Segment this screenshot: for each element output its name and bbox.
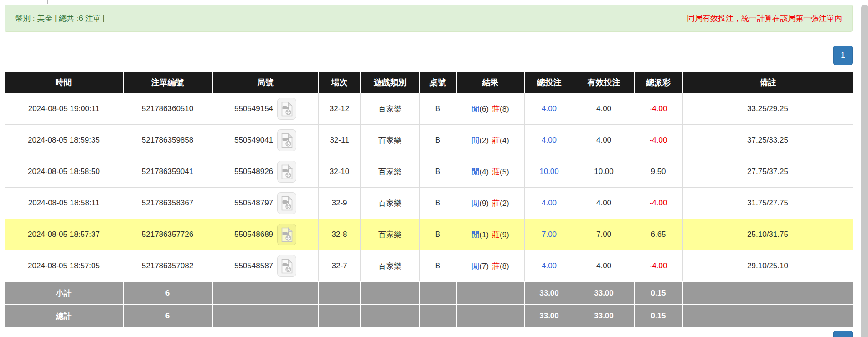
footer-empty-cell xyxy=(683,282,853,305)
table-row: 2024-08-05 19:00:11 521786360510 5505491… xyxy=(5,93,853,125)
cell-result: 閒(9)莊(2) xyxy=(456,188,525,219)
subtotal-row: 小計 6 33.00 33.00 0.15 xyxy=(5,282,853,305)
round-id-text: 550549154 xyxy=(234,104,273,113)
cell-valid-bet: 4.00 xyxy=(574,93,634,125)
cell-bet-id: 521786359858 xyxy=(123,125,212,156)
col-header-bet-id: 注單編號 xyxy=(123,72,212,93)
total-bet-link[interactable]: 4.00 xyxy=(542,261,557,270)
cell-round-id: 550548587 xyxy=(212,250,319,282)
col-header-round-id: 局號 xyxy=(212,72,319,93)
pagination-page-1-top[interactable]: 1 xyxy=(833,46,852,65)
round-video-replay-button[interactable] xyxy=(277,192,296,214)
grand-total-label: 總計 xyxy=(5,305,123,327)
grand-total-total-bet: 33.00 xyxy=(525,305,574,327)
payout-value: -4.00 xyxy=(650,199,667,207)
result-player-label: 閒 xyxy=(471,262,479,271)
cell-bet-id: 521786357082 xyxy=(123,250,212,282)
cropped-element-border-right xyxy=(852,0,852,4)
total-bet-link[interactable]: 4.00 xyxy=(542,136,557,144)
subtotal-label: 小計 xyxy=(5,282,123,305)
footer-empty-cell xyxy=(212,305,319,327)
total-bet-link[interactable]: 4.00 xyxy=(542,104,557,113)
cell-remark: 29.10/25.10 xyxy=(683,250,853,282)
subtotal-count: 6 xyxy=(123,282,212,305)
result-player-label: 閒 xyxy=(471,199,479,208)
cell-total-bet: 4.00 xyxy=(525,250,574,282)
cell-round-id: 550548926 xyxy=(212,156,319,188)
result-player-score: (6) xyxy=(479,105,489,113)
round-video-replay-button[interactable] xyxy=(277,161,296,183)
cell-payout: -4.00 xyxy=(634,93,683,125)
video-file-icon xyxy=(281,164,293,179)
cell-game-type: 百家樂 xyxy=(361,219,420,250)
cell-time: 2024-08-05 18:57:05 xyxy=(5,250,123,282)
cell-session: 32-10 xyxy=(319,156,361,188)
cell-payout: -4.00 xyxy=(634,188,683,219)
result-banker-label: 莊 xyxy=(492,136,500,145)
table-header-row: 時間 注單編號 局號 場次 遊戲類別 桌號 結果 總投注 有效投注 總派彩 備註 xyxy=(5,72,853,93)
cell-table-no: B xyxy=(420,250,456,282)
round-video-replay-button[interactable] xyxy=(277,224,296,245)
result-banker-score: (8) xyxy=(500,262,509,271)
round-id-text: 550548797 xyxy=(234,199,273,208)
result-banker-score: (8) xyxy=(500,105,509,113)
subtotal-total-bet: 33.00 xyxy=(525,282,574,305)
payout-value: -4.00 xyxy=(650,136,667,144)
cell-total-bet: 4.00 xyxy=(525,93,574,125)
total-bet-link[interactable]: 10.00 xyxy=(539,167,559,176)
summary-banner: 幣別 : 美金 | 總共 :6 注單 | 同局有效投注，統一計算在該局第一張注單… xyxy=(5,5,852,32)
table-row: 2024-08-05 18:57:05 521786357082 5505485… xyxy=(5,250,853,282)
result-banker-score: (9) xyxy=(500,230,509,239)
footer-empty-cell xyxy=(212,282,319,305)
cell-valid-bet: 4.00 xyxy=(574,125,634,156)
round-id-text: 550548587 xyxy=(234,261,273,271)
round-video-replay-button[interactable] xyxy=(277,129,296,151)
footer-empty-cell xyxy=(683,305,853,327)
result-player-score: (9) xyxy=(479,199,489,208)
cell-session: 32-9 xyxy=(319,188,361,219)
result-player-label: 閒 xyxy=(471,136,479,145)
cell-round-id: 550548797 xyxy=(212,188,319,219)
cell-game-type: 百家樂 xyxy=(361,250,420,282)
cell-game-type: 百家樂 xyxy=(361,93,420,125)
table-row: 2024-08-05 18:59:35 521786359858 5505490… xyxy=(5,125,853,156)
round-id-text: 550548689 xyxy=(234,230,273,239)
cell-result: 閒(6)莊(8) xyxy=(456,93,525,125)
cell-remark: 27.75/37.25 xyxy=(683,156,853,188)
footer-empty-cell xyxy=(420,282,456,305)
video-file-icon xyxy=(281,133,293,148)
col-header-result: 結果 xyxy=(456,72,525,93)
pagination-page-1-bottom[interactable]: 1 xyxy=(833,331,852,337)
round-video-replay-button[interactable] xyxy=(277,98,296,120)
video-file-icon xyxy=(281,102,293,117)
grand-total-valid-bet: 33.00 xyxy=(574,305,634,327)
footer-empty-cell xyxy=(319,282,361,305)
total-bet-link[interactable]: 4.00 xyxy=(542,199,557,207)
cell-result: 閒(1)莊(9) xyxy=(456,219,525,250)
table-row: 2024-08-05 18:57:37 521786357726 5505486… xyxy=(5,219,853,250)
round-id-text: 550548926 xyxy=(234,167,273,176)
col-header-payout: 總派彩 xyxy=(634,72,683,93)
cell-valid-bet: 4.00 xyxy=(574,250,634,282)
footer-empty-cell xyxy=(361,282,420,305)
col-header-table-no: 桌號 xyxy=(420,72,456,93)
cell-table-no: B xyxy=(420,156,456,188)
cell-remark: 37.25/33.25 xyxy=(683,125,853,156)
subtotal-payout: 0.15 xyxy=(634,282,683,305)
round-video-replay-button[interactable] xyxy=(277,255,296,277)
vertical-scrollbar-thumb[interactable] xyxy=(861,5,868,337)
total-bet-link[interactable]: 7.00 xyxy=(542,230,557,239)
bet-records-table: 時間 注單編號 局號 場次 遊戲類別 桌號 結果 總投注 有效投注 總派彩 備註… xyxy=(5,72,853,327)
payout-value: -4.00 xyxy=(650,261,667,270)
cell-session: 32-11 xyxy=(319,125,361,156)
col-header-remark: 備註 xyxy=(683,72,853,93)
cell-session: 32-7 xyxy=(319,250,361,282)
footer-empty-cell xyxy=(456,305,525,327)
cell-table-no: B xyxy=(420,125,456,156)
cropped-element-border-left xyxy=(47,0,48,4)
col-header-valid-bet: 有效投注 xyxy=(574,72,634,93)
table-row: 2024-08-05 18:58:11 521786358367 5505487… xyxy=(5,188,853,219)
col-header-total-bet: 總投注 xyxy=(525,72,574,93)
col-header-session: 場次 xyxy=(319,72,361,93)
betting-records-page: 幣別 : 美金 | 總共 :6 注單 | 同局有效投注，統一計算在該局第一張注單… xyxy=(0,0,868,337)
